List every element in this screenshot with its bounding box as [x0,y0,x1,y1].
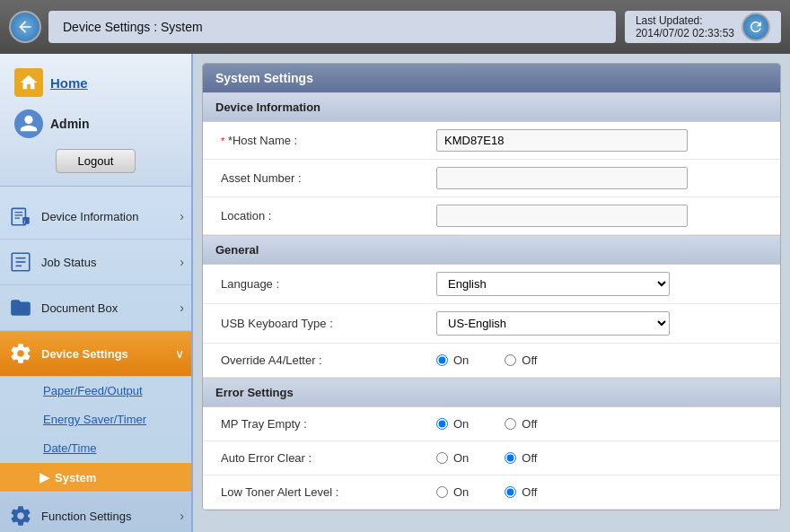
low-toner-radio-group: On Off [436,485,762,499]
panel-body: Device Information * *Host Name : Asset … [203,92,780,510]
document-box-icon [7,294,34,321]
auto-error-clear-label: Auto Error Clear : [221,451,436,465]
auto-error-off-option[interactable]: Off [505,451,537,465]
sidebar-item-function-settings[interactable]: Function Settings › [0,493,191,532]
sidebar-sub-item-energy-saver-timer[interactable]: Energy Saver/Timer [0,406,191,434]
asset-number-row: Asset Number : [203,160,780,197]
general-section-header: General [203,235,780,265]
sidebar-item-label-device-settings: Device Settings [41,347,168,361]
override-a4-letter-label: Override A4/Letter : [221,353,436,367]
last-updated: Last Updated: 2014/07/02 02:33:53 [636,14,734,39]
sidebar-item-label-document-box: Document Box [41,301,172,315]
mp-tray-on-option[interactable]: On [436,417,469,431]
mp-tray-input-wrapper: On Off [436,417,762,431]
sidebar-item-label-job-status: Job Status [41,256,172,269]
low-toner-off-radio[interactable] [505,486,516,498]
refresh-button[interactable] [742,13,770,41]
sidebar-item-admin: Admin [0,104,191,144]
auto-error-clear-radio-group: On Off [436,451,762,465]
override-a4-letter-radio-group: On Off [436,353,762,367]
chevron-down-icon: ∨ [175,346,184,361]
chevron-right-icon: › [180,209,184,223]
language-select-wrapper: English Spanish French German Japanese [436,272,762,296]
job-status-icon [7,249,34,275]
mp-tray-label: MP Tray Empty : [221,417,436,431]
admin-icon [14,109,43,138]
sidebar-item-label-function-settings: Function Settings [41,510,172,523]
usb-keyboard-select-wrapper: US-English UK-English German French [436,311,762,336]
mp-tray-row: MP Tray Empty : On Off [203,407,780,441]
logout-button[interactable]: Logout [56,149,136,173]
sidebar-item-job-status[interactable]: Job Status › [0,240,191,285]
content-area: System Settings Device Information * *Ho… [193,54,790,532]
error-settings-section-header: Error Settings [203,378,780,407]
sidebar-item-document-box[interactable]: Document Box › [0,285,191,331]
override-a4-on-radio[interactable] [436,354,448,366]
required-marker: * [221,135,224,146]
mp-tray-radio-group: On Off [436,417,762,431]
top-bar-right: Last Updated: 2014/07/02 02:33:53 [625,11,781,43]
system-settings-panel: System Settings Device Information * *Ho… [202,63,781,510]
low-toner-on-option[interactable]: On [436,485,469,499]
sidebar-top: Home Admin Logout [0,54,191,187]
mp-tray-off-option[interactable]: Off [505,417,537,431]
sidebar-item-home[interactable]: Home [0,61,191,104]
asset-number-input-wrapper [436,167,762,189]
low-toner-label: Low Toner Alert Level : [221,485,436,499]
mp-tray-on-radio[interactable] [436,418,448,430]
top-bar-left: Device Settings : System [9,11,616,43]
device-settings-icon [7,340,34,367]
sidebar-sub-device-settings: Paper/Feed/Output Energy Saver/Timer Dat… [0,377,191,493]
language-row: Language : English Spanish French German… [203,265,780,304]
override-a4-letter-off-option[interactable]: Off [505,353,537,367]
auto-error-off-radio[interactable] [505,452,516,464]
top-bar: Device Settings : System Last Updated: 2… [0,0,790,54]
low-toner-on-radio[interactable] [436,486,448,498]
override-a4-off-radio[interactable] [505,354,516,366]
asset-number-input[interactable] [436,167,688,189]
chevron-right-icon: › [180,255,184,269]
auto-error-clear-input-wrapper: On Off [436,451,762,465]
mp-tray-off-radio[interactable] [505,418,516,430]
location-label: Location : [221,209,436,222]
back-button[interactable] [9,11,41,43]
breadcrumb: Device Settings : System [48,11,616,43]
active-sub-arrow: ▶ [40,470,49,484]
host-name-input[interactable] [436,129,688,152]
admin-label: Admin [50,117,90,131]
location-row: Location : [203,197,780,235]
home-icon [14,68,43,97]
sidebar: Home Admin Logout i Device Information › [0,54,193,532]
function-settings-icon [7,502,34,529]
override-a4-letter-row: Override A4/Letter : On Off [203,344,780,378]
sidebar-item-device-settings[interactable]: Device Settings ∨ [0,331,191,377]
override-a4-letter-input-wrapper: On Off [436,353,762,367]
language-label: Language : [221,277,436,291]
asset-number-label: Asset Number : [221,171,436,185]
host-name-row: * *Host Name : [203,122,780,160]
override-a4-letter-on-option[interactable]: On [436,353,469,367]
location-input[interactable] [436,205,688,227]
home-label: Home [50,75,88,91]
sidebar-sub-item-system[interactable]: ▶ System [0,463,191,493]
location-input-wrapper [436,205,762,227]
auto-error-on-radio[interactable] [436,452,448,464]
usb-keyboard-label: USB Keyboard Type : [221,317,436,330]
host-name-label: * *Host Name : [221,134,436,147]
usb-keyboard-select[interactable]: US-English UK-English German French [436,311,670,336]
panel-header: System Settings [203,64,780,92]
language-select[interactable]: English Spanish French German Japanese [436,272,670,296]
chevron-right-icon: › [180,509,184,523]
device-information-section-header: Device Information [203,92,780,122]
sidebar-sub-item-paper-feed-output[interactable]: Paper/Feed/Output [0,377,191,406]
host-name-input-wrapper [436,129,762,152]
sidebar-sub-item-date-time[interactable]: Date/Time [0,434,191,463]
low-toner-row: Low Toner Alert Level : On Off [203,475,780,510]
low-toner-input-wrapper: On Off [436,485,762,499]
chevron-right-icon: › [180,301,184,315]
auto-error-on-option[interactable]: On [436,451,469,465]
low-toner-off-option[interactable]: Off [505,485,537,499]
usb-keyboard-row: USB Keyboard Type : US-English UK-Englis… [203,304,780,344]
sidebar-item-device-information[interactable]: i Device Information › [0,194,191,240]
device-information-icon: i [7,203,34,230]
